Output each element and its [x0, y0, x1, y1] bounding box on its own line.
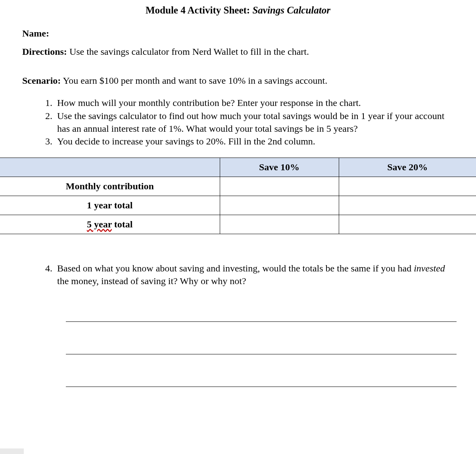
directions-label: Directions: [22, 46, 67, 57]
row-label-1yr: 1 year total [0, 196, 220, 215]
table-row: Monthly contribution [0, 177, 476, 196]
row-label-5yr-prefix: 5 year [87, 219, 112, 229]
directions-text: Use the savings calculator from Nerd Wal… [67, 46, 309, 57]
q4-post: the money, instead of saving it? Why or … [57, 276, 246, 286]
cell-monthly-10[interactable] [220, 177, 339, 196]
q4-ital: invested [414, 263, 445, 273]
answer-line-1[interactable] [66, 312, 457, 322]
row-label-5yr: 5 year total [0, 215, 220, 234]
header-save-20: Save 20% [339, 158, 476, 177]
savings-table-wrap: Save 10% Save 20% Monthly contribution 1… [0, 158, 476, 234]
row-label-monthly: Monthly contribution [0, 177, 220, 196]
name-input[interactable] [52, 28, 250, 39]
row-label-5yr-suffix: total [112, 219, 133, 229]
answer-line-2[interactable] [66, 344, 457, 354]
question-2: Use the savings calculator to find out h… [55, 110, 454, 135]
question-3: You decide to increase your savings to 2… [55, 135, 454, 148]
title-suffix: Savings Calculator [252, 5, 330, 15]
table-row: 5 year total [0, 215, 476, 234]
cell-1yr-10[interactable] [220, 196, 339, 215]
header-blank [0, 158, 220, 177]
scenario-text: You earn $100 per month and want to save… [61, 75, 327, 86]
page-edge-decoration [0, 448, 24, 454]
answer-line-3[interactable] [66, 377, 457, 387]
questions-list: How much will your monthly contribution … [22, 96, 454, 148]
savings-table: Save 10% Save 20% Monthly contribution 1… [0, 158, 476, 234]
name-label: Name: [22, 28, 49, 38]
title-prefix: Module 4 Activity Sheet: [146, 5, 252, 15]
scenario-line: Scenario: You earn $100 per month and wa… [22, 74, 454, 87]
header-save-10: Save 10% [220, 158, 339, 177]
question-4-list: Based on what you know about saving and … [22, 262, 454, 288]
cell-1yr-20[interactable] [339, 196, 476, 215]
question-1: How much will your monthly contribution … [55, 96, 454, 109]
name-line: Name: [22, 27, 454, 40]
scenario-label: Scenario: [22, 75, 61, 86]
cell-5yr-10[interactable] [220, 215, 339, 234]
table-row: 1 year total [0, 196, 476, 215]
cell-5yr-20[interactable] [339, 215, 476, 234]
question-4: Based on what you know about saving and … [55, 262, 454, 288]
table-header-row: Save 10% Save 20% [0, 158, 476, 177]
worksheet-page: Module 4 Activity Sheet: Savings Calcula… [0, 0, 476, 454]
answer-lines [66, 312, 454, 387]
page-title: Module 4 Activity Sheet: Savings Calcula… [22, 5, 454, 16]
cell-monthly-20[interactable] [339, 177, 476, 196]
q4-pre: Based on what you know about saving and … [57, 263, 414, 273]
directions-line: Directions: Use the savings calculator f… [22, 45, 454, 58]
